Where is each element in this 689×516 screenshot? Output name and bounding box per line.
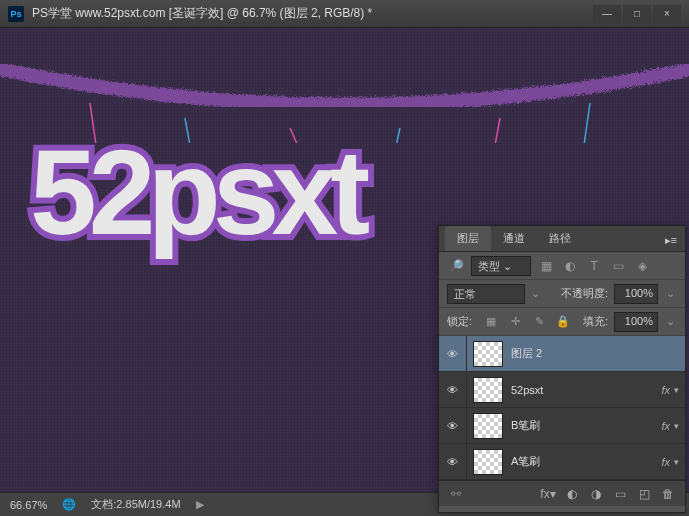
blend-arrow[interactable]: ⌄ bbox=[531, 287, 540, 300]
fx-expand-arrow[interactable]: ▾ bbox=[674, 457, 679, 467]
filter-type-icon[interactable]: T bbox=[585, 257, 603, 275]
fill-label: 填充: bbox=[583, 314, 608, 329]
ps-app-icon: Ps bbox=[8, 6, 24, 22]
layer-thumbnail[interactable] bbox=[473, 377, 503, 403]
fx-expand-arrow[interactable]: ▾ bbox=[674, 385, 679, 395]
filter-pixels-icon[interactable]: ▦ bbox=[537, 257, 555, 275]
layer-thumbnail[interactable] bbox=[473, 413, 503, 439]
lock-pixels-icon[interactable]: ▦ bbox=[482, 313, 500, 331]
opacity-stepper[interactable]: ⌄ bbox=[664, 287, 677, 300]
panel-menu-icon[interactable]: ▸≡ bbox=[657, 230, 685, 251]
lock-brush-icon[interactable]: ✎ bbox=[530, 313, 548, 331]
artwork-text: 52psxt bbox=[30, 123, 362, 261]
fx-indicator[interactable]: fx bbox=[661, 456, 670, 468]
lock-all-icon[interactable]: 🔒 bbox=[554, 313, 572, 331]
fill-input[interactable]: 100% bbox=[614, 312, 658, 332]
group-icon[interactable]: ▭ bbox=[609, 484, 631, 504]
lock-position-icon[interactable]: ✛ bbox=[506, 313, 524, 331]
layer-name[interactable]: B笔刷 bbox=[511, 418, 661, 433]
layer-thumbnail[interactable] bbox=[473, 449, 503, 475]
adjustment-icon[interactable]: ◑ bbox=[585, 484, 607, 504]
tab-paths[interactable]: 路径 bbox=[537, 226, 583, 251]
document-info[interactable]: 文档:2.85M/19.4M bbox=[91, 497, 180, 512]
new-layer-icon[interactable]: ◰ bbox=[633, 484, 655, 504]
fx-menu-icon[interactable]: fx▾ bbox=[537, 484, 559, 504]
filter-shape-icon[interactable]: ▭ bbox=[609, 257, 627, 275]
visibility-eye-icon[interactable]: 👁 bbox=[439, 336, 467, 372]
filter-row: 🔎 类型 ⌄ ▦ ◐ T ▭ ◈ bbox=[439, 252, 685, 280]
layer-name[interactable]: A笔刷 bbox=[511, 454, 661, 469]
fill-stepper[interactable]: ⌄ bbox=[664, 315, 677, 328]
zoom-level[interactable]: 66.67% bbox=[10, 499, 47, 511]
layer-name[interactable]: 52psxt bbox=[511, 384, 661, 396]
tab-layers[interactable]: 图层 bbox=[445, 226, 491, 251]
link-layers-icon[interactable]: ⚯ bbox=[445, 484, 467, 504]
blend-row: 正常 ⌄ 不透明度: 100% ⌄ bbox=[439, 280, 685, 308]
layer-row[interactable]: 👁B笔刷fx▾ bbox=[439, 408, 685, 444]
layer-row[interactable]: 👁A笔刷fx▾ bbox=[439, 444, 685, 480]
lock-label: 锁定: bbox=[447, 314, 472, 329]
tab-channels[interactable]: 通道 bbox=[491, 226, 537, 251]
maximize-button[interactable]: □ bbox=[623, 5, 651, 23]
opacity-label: 不透明度: bbox=[561, 286, 608, 301]
titlebar: Ps PS学堂 www.52psxt.com [圣诞字效] @ 66.7% (图… bbox=[0, 0, 689, 28]
visibility-eye-icon[interactable]: 👁 bbox=[439, 444, 467, 480]
layer-row[interactable]: 👁图层 2 bbox=[439, 336, 685, 372]
visibility-eye-icon[interactable]: 👁 bbox=[439, 408, 467, 444]
filter-smart-icon[interactable]: ◈ bbox=[633, 257, 651, 275]
layers-panel: 图层 通道 路径 ▸≡ 🔎 类型 ⌄ ▦ ◐ T ▭ ◈ 正常 ⌄ 不透明度: … bbox=[438, 225, 686, 513]
filter-adjust-icon[interactable]: ◐ bbox=[561, 257, 579, 275]
minimize-button[interactable]: — bbox=[593, 5, 621, 23]
panel-footer: ⚯ fx▾ ◐ ◑ ▭ ◰ 🗑 bbox=[439, 480, 685, 506]
globe-icon[interactable]: 🌐 bbox=[62, 498, 76, 511]
layer-name[interactable]: 图层 2 bbox=[511, 346, 679, 361]
layer-thumbnail[interactable] bbox=[473, 341, 503, 367]
kind-select[interactable]: 类型 ⌄ bbox=[471, 256, 531, 276]
fx-indicator[interactable]: fx bbox=[661, 420, 670, 432]
trash-icon[interactable]: 🗑 bbox=[657, 484, 679, 504]
lock-row: 锁定: ▦ ✛ ✎ 🔒 填充: 100% ⌄ bbox=[439, 308, 685, 336]
fx-expand-arrow[interactable]: ▾ bbox=[674, 421, 679, 431]
statusbar-menu-arrow[interactable]: ▶ bbox=[196, 498, 204, 511]
search-icon[interactable]: 🔎 bbox=[447, 257, 465, 275]
document-title: PS学堂 www.52psxt.com [圣诞字效] @ 66.7% (图层 2… bbox=[32, 5, 593, 22]
mask-icon[interactable]: ◐ bbox=[561, 484, 583, 504]
panel-tabs: 图层 通道 路径 ▸≡ bbox=[439, 226, 685, 252]
layers-list: 👁图层 2👁52psxtfx▾👁B笔刷fx▾👁A笔刷fx▾ bbox=[439, 336, 685, 480]
fx-indicator[interactable]: fx bbox=[661, 384, 670, 396]
visibility-eye-icon[interactable]: 👁 bbox=[439, 372, 467, 408]
close-button[interactable]: × bbox=[653, 5, 681, 23]
opacity-input[interactable]: 100% bbox=[614, 284, 658, 304]
layer-row[interactable]: 👁52psxtfx▾ bbox=[439, 372, 685, 408]
blend-mode-select[interactable]: 正常 bbox=[447, 284, 525, 304]
